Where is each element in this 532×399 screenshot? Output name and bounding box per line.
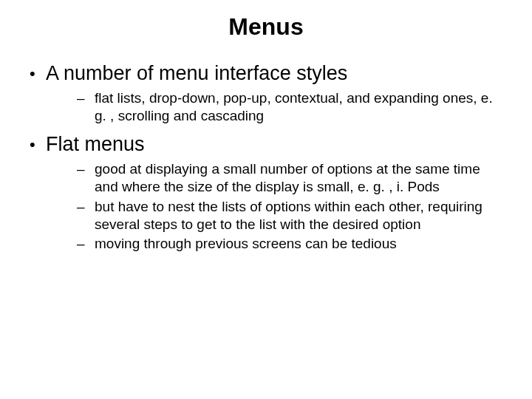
list-item: Flat menus good at displaying a small nu…	[27, 132, 505, 253]
bullet-text: A number of menu interface styles	[46, 62, 347, 84]
slide-title: Menus	[27, 13, 505, 41]
sub-list-item: good at displaying a small number of opt…	[74, 160, 505, 197]
sub-list: flat lists, drop-down, pop-up, contextua…	[46, 89, 505, 126]
slide: Menus A number of menu interface styles …	[0, 0, 532, 399]
sub-list-item: flat lists, drop-down, pop-up, contextua…	[74, 89, 505, 126]
bullet-list: A number of menu interface styles flat l…	[27, 61, 505, 253]
sub-list-item: moving through previous screens can be t…	[74, 235, 505, 253]
bullet-text: Flat menus	[46, 133, 145, 155]
list-item: A number of menu interface styles flat l…	[27, 61, 505, 125]
sub-list: good at displaying a small number of opt…	[46, 160, 505, 253]
sub-list-item: but have to nest the lists of options wi…	[74, 198, 505, 234]
